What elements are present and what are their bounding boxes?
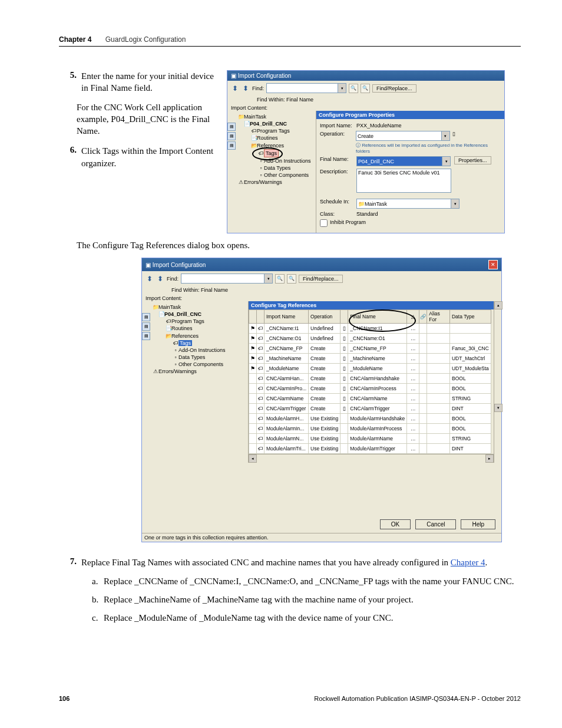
- step-6-text: Click Tags within the Import Content org…: [81, 145, 221, 169]
- tree-node[interactable]: 📁MainTask: [153, 304, 247, 311]
- app-icon: ▣: [231, 73, 236, 79]
- tree-node[interactable]: ▫Add-On Instructions: [153, 347, 247, 354]
- table-row[interactable]: ⚑🏷_MachineNameCreate▯_MachineName…UDT_Ma…: [249, 354, 491, 364]
- step-5-text: Enter the name for your initial device i…: [81, 70, 221, 94]
- step-7a: Replace _CNCName of _CNCName:I, _CNCName…: [104, 575, 514, 588]
- cancel-button[interactable]: Cancel: [415, 519, 456, 529]
- find-next-icon[interactable]: ⬍: [242, 84, 250, 93]
- step-6-number: 6.: [59, 145, 81, 169]
- binoculars-icon[interactable]: 🔍: [275, 274, 285, 284]
- find-label: Find:: [252, 85, 264, 91]
- step-5-para: For the CNC Work Cell application exampl…: [77, 101, 221, 137]
- class-value: Standard: [356, 211, 378, 217]
- find-prev-icon[interactable]: ⬍: [146, 275, 154, 283]
- table-row[interactable]: ⚑🏷_CNCName_FPCreate▯_CNCName_FP…Fanuc_30…: [249, 344, 491, 354]
- binoculars2-icon[interactable]: 🔍: [361, 84, 370, 93]
- tree-node[interactable]: ▫Data Types: [153, 354, 247, 361]
- table-row[interactable]: 🏷ModuleAlarmTri...Use ExistingModuleAlar…: [249, 444, 491, 454]
- schedule-select[interactable]: 📁 MainTask: [356, 199, 451, 209]
- tree-node[interactable]: 📄P04_Drill_CNC: [238, 120, 315, 127]
- table-row[interactable]: 🏷CNCAlarmNameCreate▯CNCAlarmName…STRING: [249, 394, 491, 404]
- tree-node-tags[interactable]: 🏷Tags: [238, 149, 315, 157]
- publication-info: Rockwell Automation Publication IASIMP-Q…: [314, 695, 521, 702]
- find-input[interactable]: [266, 83, 338, 93]
- tree-node[interactable]: 📑Routines: [153, 325, 247, 332]
- scroll-down-icon[interactable]: ▾: [494, 404, 503, 412]
- find-next-icon[interactable]: ⬍: [156, 275, 164, 283]
- app-icon: ▣: [146, 262, 151, 268]
- tree-node[interactable]: ⚠Errors/Warnings: [153, 368, 247, 375]
- tree-node-tags[interactable]: 🏷Tags: [153, 340, 247, 347]
- side-icon[interactable]: ▤: [227, 123, 236, 131]
- description-textarea[interactable]: Fanuc 30i Series CNC Module v01: [356, 169, 451, 193]
- dialog1-titlebar[interactable]: ▣ Import Configuration: [227, 71, 504, 81]
- properties-button[interactable]: Properties...: [454, 156, 491, 164]
- find-within-label: Find Within: Final Name: [142, 287, 501, 293]
- chapter-link[interactable]: Chapter 4: [451, 558, 485, 567]
- ok-button[interactable]: OK: [380, 519, 411, 529]
- side-icon[interactable]: ▤: [142, 332, 150, 340]
- tree-node[interactable]: 📁MainTask: [238, 113, 315, 120]
- section-header: Configure Program Properties: [316, 111, 504, 119]
- tree-node[interactable]: ▫Other Components: [238, 172, 315, 179]
- tree-node[interactable]: 📂References: [238, 142, 315, 149]
- doc-icon: ▯: [452, 131, 455, 141]
- step-5-number: 5.: [59, 70, 81, 94]
- table-row[interactable]: 🏷ModuleAlarmH...Use ExistingModuleAlarmH…: [249, 414, 491, 424]
- find-replace-button[interactable]: Find/Replace...: [372, 84, 416, 93]
- tree-node[interactable]: 📂References: [153, 332, 247, 340]
- operation-select[interactable]: Create: [356, 131, 442, 141]
- find-dropdown-arrow[interactable]: ▾: [265, 274, 273, 284]
- dropdown-arrow-icon[interactable]: ▾: [451, 199, 459, 209]
- tree-node[interactable]: 📄P04_Drill_CNC: [153, 311, 247, 318]
- tree-node[interactable]: ⚠Errors/Warnings: [238, 179, 315, 186]
- step-7b: Replace _MachineName of _MachineName tag…: [104, 594, 414, 606]
- find-replace-button[interactable]: Find/Replace...: [299, 275, 343, 283]
- close-icon[interactable]: ✕: [488, 260, 498, 269]
- table-row[interactable]: ⚑🏷_CNCName:I1Undefined▯_CNCName:I1…: [249, 324, 491, 334]
- help-button[interactable]: Help: [461, 519, 495, 529]
- table-row[interactable]: 🏷ModuleAlarmIn...Use ExistingModuleAlarm…: [249, 424, 491, 434]
- step-7c: Replace _ModuleName of _ModuleName tag w…: [104, 612, 394, 624]
- info-note: ⓘ References will be imported as configu…: [356, 142, 501, 154]
- page-header: Chapter 4 GuardLogix Configuration: [59, 35, 521, 47]
- import-config-dialog-2: ▣ Import Configuration ✕ ⬍ ⬍ Find: ▾ 🔍 🔍…: [141, 258, 502, 542]
- dropdown-arrow-icon[interactable]: ▾: [442, 156, 451, 166]
- side-icon[interactable]: ▤: [142, 313, 150, 321]
- section-header: Configure Tag References: [249, 301, 494, 309]
- table-row[interactable]: ⚑🏷_ModuleNameCreate▯_ModuleName…UDT_Modu…: [249, 364, 491, 374]
- info-icon: ⓘ: [356, 143, 361, 148]
- tree-node[interactable]: ▫Other Components: [153, 361, 247, 368]
- tree-node[interactable]: ▫Data Types: [238, 164, 315, 172]
- folder-icon: 📁: [358, 201, 365, 207]
- table-row[interactable]: 🏷CNCAlarmInPro...Create▯CNCAlarmInProces…: [249, 384, 491, 394]
- table-row[interactable]: 🏷ModuleAlarmN...Use ExistingModuleAlarmN…: [249, 434, 491, 444]
- tree-node[interactable]: ▫Add-On Instructions: [238, 157, 315, 164]
- side-icon[interactable]: ▤: [227, 132, 236, 140]
- inhibit-checkbox[interactable]: [320, 219, 328, 227]
- scroll-right-icon[interactable]: ▸: [485, 454, 494, 463]
- scroll-up-icon[interactable]: ▴: [494, 301, 503, 309]
- tag-references-table[interactable]: Import NameOperation Final Name △🔗 Alias…: [249, 309, 491, 454]
- table-row[interactable]: ⚑🏷_CNCName:O1Undefined▯_CNCName:O1…: [249, 334, 491, 344]
- find-input[interactable]: [181, 274, 265, 284]
- tree-node[interactable]: 📑Routines: [238, 134, 315, 141]
- import-name-value: PXX_ModuleName: [356, 123, 402, 129]
- find-label: Find:: [167, 276, 178, 282]
- find-prev-icon[interactable]: ⬍: [231, 84, 239, 93]
- table-row[interactable]: 🏷CNCAlarmHan...Create▯CNCAlarmHandshake……: [249, 374, 491, 384]
- dropdown-arrow-icon[interactable]: ▾: [442, 131, 450, 141]
- chapter-label: Chapter 4: [59, 35, 91, 44]
- dialog2-titlebar[interactable]: ▣ Import Configuration ✕: [142, 258, 501, 271]
- side-icon[interactable]: ▤: [227, 141, 236, 150]
- final-name-input[interactable]: P04_Drill_CNC: [356, 156, 442, 166]
- scroll-left-icon[interactable]: ◂: [249, 454, 257, 463]
- side-icon[interactable]: ▤: [142, 322, 150, 331]
- table-row[interactable]: 🏷CNCAlarmTriggerCreate▯CNCAlarmTrigger…D…: [249, 404, 491, 414]
- binoculars2-icon[interactable]: 🔍: [287, 274, 296, 284]
- find-dropdown-arrow[interactable]: ▾: [338, 83, 346, 93]
- tree-node[interactable]: 🏷Program Tags: [238, 127, 315, 134]
- binoculars-icon[interactable]: 🔍: [349, 84, 358, 93]
- tree-pane: 📁MainTask 📄P04_Drill_CNC 🏷Program Tags 📑…: [236, 111, 316, 233]
- tree-node[interactable]: 🏷Program Tags: [153, 318, 247, 325]
